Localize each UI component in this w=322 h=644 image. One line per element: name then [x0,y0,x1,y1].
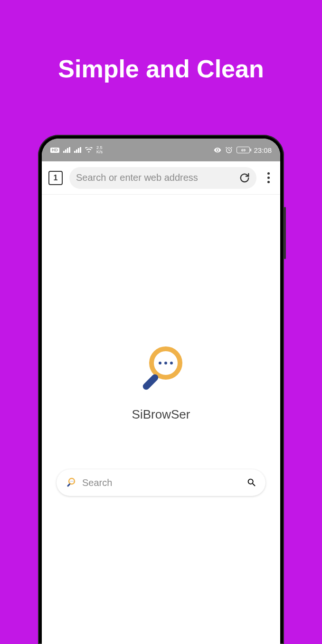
menu-button[interactable] [263,172,274,183]
app-logo [133,342,189,399]
dot-icon [267,177,270,179]
phone-screen: HD 2.5K/s 69 23:08 1 [42,139,280,644]
clock: 23:08 [254,146,272,154]
search-icon[interactable] [246,477,257,488]
status-bar: HD 2.5K/s 69 23:08 [42,139,280,161]
svg-point-8 [72,481,72,481]
address-bar[interactable] [69,167,256,189]
promo-title: Simple and Clean [0,0,322,83]
hd-badge: HD [50,148,59,153]
dot-icon [267,172,270,175]
search-logo-icon [65,477,76,488]
status-right: 69 23:08 [214,146,272,154]
eye-icon [214,146,221,154]
search-input[interactable] [82,477,241,488]
svg-point-7 [70,481,71,481]
signal-icon-2 [74,147,81,153]
svg-point-4 [170,362,173,364]
wifi-icon [85,147,93,153]
address-input[interactable] [76,172,235,183]
svg-point-2 [159,362,161,364]
phone-side-button [284,207,286,259]
dot-icon [267,181,270,183]
network-speed: 2.5K/s [96,146,103,154]
alarm-icon [225,146,233,154]
battery-icon: 69 [237,147,250,153]
refresh-icon[interactable] [239,173,250,183]
phone-frame: HD 2.5K/s 69 23:08 1 [38,135,284,644]
tab-switcher-button[interactable]: 1 [48,171,63,185]
svg-point-9 [73,481,73,481]
app-name: SiBrowSer [132,407,190,422]
search-box[interactable] [57,469,265,496]
signal-icon [63,147,70,153]
svg-point-3 [164,362,167,364]
svg-rect-10 [67,483,71,487]
browser-toolbar: 1 [42,161,280,195]
status-left: HD 2.5K/s [50,146,103,154]
browser-content: SiBrowSer [42,195,280,644]
svg-rect-5 [142,373,160,391]
